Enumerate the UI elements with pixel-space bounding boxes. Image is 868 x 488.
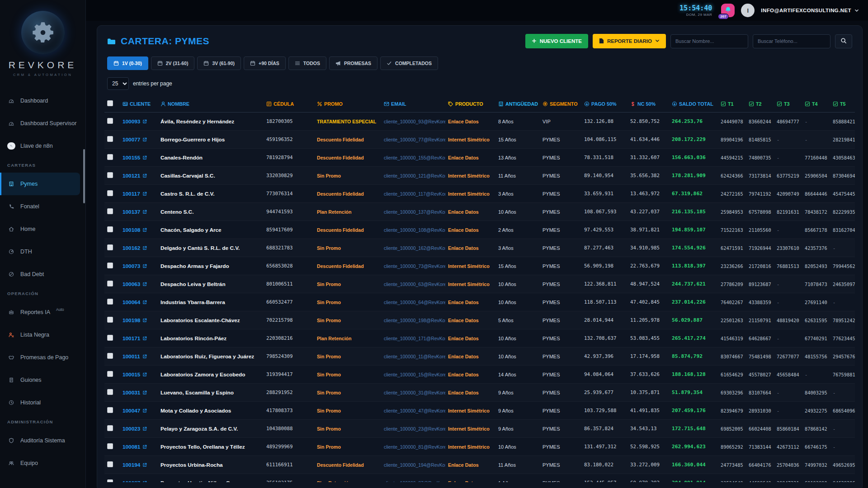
client-email-link[interactable]: cliente_100000_63@RevKore... — [384, 282, 445, 287]
client-id-link[interactable]: 100194 — [123, 462, 155, 468]
client-id-link[interactable]: 100011 — [123, 353, 155, 360]
table-row[interactable]: 100155 Canales-Rendón 781928794 Descuent… — [104, 149, 855, 167]
client-id-link[interactable]: 100063 — [123, 281, 155, 287]
column-header-t4[interactable]: T4 — [802, 95, 830, 113]
row-checkbox[interactable] — [107, 407, 113, 413]
client-email-link[interactable]: cliente_100000_162@RevKor... — [384, 246, 445, 251]
table-row[interactable]: 100081 Proyectos Tello, Orellana y Télle… — [104, 438, 855, 456]
column-header-antiguedad[interactable]: ANTIGÜEDAD — [495, 95, 540, 113]
column-header-promo[interactable]: PROMO — [314, 95, 381, 113]
notifications-button[interactable]: 207 — [721, 4, 735, 17]
daily-report-button[interactable]: REPORTE DIARIO — [593, 34, 666, 48]
column-header-nc[interactable]: NC 50% — [627, 95, 669, 113]
table-row[interactable]: 100073 Despacho Armas y Fajardo 65685302… — [104, 257, 855, 275]
tab-1v-0-30-[interactable]: 1V (0-30) — [107, 56, 148, 70]
client-email-link[interactable]: cliente_100000_117@RevKor... — [384, 192, 445, 197]
entries-select[interactable]: 25 — [107, 77, 129, 90]
table-row[interactable]: 100194 Proyectos Urbina-Rocha 611166911 … — [104, 456, 855, 474]
column-header-t2[interactable]: T2 — [746, 95, 774, 113]
sidebar-item-fonatel[interactable]: Fonatel — [0, 195, 85, 218]
table-row[interactable]: 100087 Proyectos Urrutia, Niño y Guevara… — [104, 474, 855, 483]
table-row[interactable]: 100023 Pelayo y Zaragoza S.A. de C.V. 10… — [104, 420, 855, 438]
column-header-id[interactable]: CLIENTE — [120, 95, 158, 113]
client-email-link[interactable]: cliente_100000_194@RevKor... — [384, 463, 445, 468]
row-checkbox[interactable] — [107, 443, 113, 449]
table-row[interactable]: 100015 Laboratorios Zamora y Escobedo 31… — [104, 366, 855, 384]
row-checkbox[interactable] — [107, 425, 113, 431]
column-header-t5[interactable]: T5 — [830, 95, 855, 113]
client-email-link[interactable]: cliente_100000_155@RevKor... — [384, 155, 445, 160]
tab-todos[interactable]: TODOS — [288, 56, 326, 70]
search-button[interactable] — [835, 34, 852, 48]
table-row[interactable]: 100063 Despacho Leiva y Beltrán 80100651… — [104, 275, 855, 293]
select-all-checkbox[interactable] — [107, 100, 113, 106]
client-email-link[interactable]: cliente_100000_73@RevKore... — [384, 264, 445, 269]
tab-2v-31-60-[interactable]: 2V (31-60) — [151, 56, 195, 70]
sidebar-item-auditor-a-sistema[interactable]: Auditoría Sistema — [0, 429, 85, 452]
row-checkbox[interactable] — [107, 172, 113, 178]
row-checkbox[interactable] — [107, 335, 113, 341]
sidebar-item-guiones[interactable]: Guiones — [0, 369, 85, 391]
table-row[interactable]: 100108 Chacón, Salgado y Arce 859417609 … — [104, 221, 855, 239]
row-checkbox[interactable] — [107, 118, 113, 124]
client-id-link[interactable]: 100077 — [123, 136, 155, 143]
account-menu[interactable]: INFO@ARTIFEXCONSULTING.NET — [761, 8, 859, 13]
table-row[interactable]: 100011 Laboratorios Ruiz, Figueroa y Juá… — [104, 347, 855, 366]
client-email-link[interactable]: cliente_100000_81@RevKore... — [384, 445, 445, 450]
client-id-link[interactable]: 100015 — [123, 371, 155, 378]
row-checkbox[interactable] — [107, 353, 113, 359]
table-row[interactable]: 100064 Industrias Ybarra-Barrera 6605324… — [104, 293, 855, 311]
client-email-link[interactable]: cliente_100000_23@RevKore... — [384, 427, 445, 432]
row-checkbox[interactable] — [107, 244, 113, 250]
sidebar-item-dashboard-supervisor[interactable]: Dashboard Supervisor — [0, 112, 85, 135]
column-header-cedula[interactable]: CÉDULA — [264, 95, 314, 113]
row-checkbox[interactable] — [107, 389, 113, 395]
client-email-link[interactable]: cliente_100000_137@RevKor... — [384, 210, 445, 215]
table-row[interactable]: 100121 Casillas-Carvajal S.C. 332030829 … — [104, 167, 855, 185]
row-checkbox[interactable] — [107, 461, 113, 467]
column-header-t3[interactable]: T3 — [774, 95, 802, 113]
sidebar-item-reportes-ia[interactable]: Reportes IAAuto — [0, 301, 85, 324]
column-header-saldo[interactable]: SALDO TOTAL — [669, 95, 718, 113]
client-id-link[interactable]: 100023 — [123, 426, 155, 432]
column-header-email[interactable]: EMAIL — [381, 95, 445, 113]
client-id-link[interactable]: 100108 — [123, 227, 155, 233]
search-phone-input[interactable] — [753, 34, 830, 48]
client-email-link[interactable]: cliente_100000_77@RevKore... — [384, 137, 445, 142]
table-row[interactable]: 100047 Mota y Collado y Asociados 417808… — [104, 402, 855, 420]
sidebar-item-equipo[interactable]: Equipo — [0, 452, 85, 474]
client-email-link[interactable]: cliente_100000_87@RevKore... — [384, 481, 445, 483]
row-checkbox[interactable] — [107, 281, 113, 286]
row-checkbox[interactable] — [107, 154, 113, 160]
sidebar-item-historial[interactable]: Historial — [0, 391, 85, 414]
client-id-link[interactable]: 100064 — [123, 299, 155, 305]
row-checkbox[interactable] — [107, 371, 113, 377]
client-email-link[interactable]: cliente_100000_93@RevKore... — [384, 119, 445, 124]
row-checkbox[interactable] — [107, 263, 113, 268]
table-row[interactable]: 100162 Delgado y Cantú S. R.L. de C.V. 6… — [104, 239, 855, 257]
column-header-segmento[interactable]: SEGMENTO — [540, 95, 581, 113]
client-email-link[interactable]: cliente_100000_15@RevKore... — [384, 372, 445, 377]
sidebar-item-dashboard[interactable]: Dashboard — [0, 89, 85, 112]
client-id-link[interactable]: 100073 — [123, 263, 155, 269]
new-client-button[interactable]: NUEVO CLIENTE — [525, 34, 588, 48]
column-header-t1[interactable]: T1 — [718, 95, 746, 113]
client-id-link[interactable]: 100047 — [123, 408, 155, 414]
client-id-link[interactable]: 100155 — [123, 155, 155, 161]
row-checkbox[interactable] — [107, 479, 113, 482]
user-avatar[interactable]: I — [741, 4, 755, 17]
client-email-link[interactable]: cliente_100000_121@RevKor... — [384, 174, 445, 178]
row-checkbox[interactable] — [107, 299, 113, 305]
tab-completados[interactable]: COMPLETADOS — [380, 56, 438, 70]
row-checkbox[interactable] — [107, 136, 113, 142]
client-id-link[interactable]: 100121 — [123, 173, 155, 179]
table-row[interactable]: 100077 Borrego-Guerrero e Hijos 45919635… — [104, 131, 855, 149]
column-header-nombre[interactable]: NOMBRE — [158, 95, 264, 113]
search-name-input[interactable] — [670, 34, 748, 48]
client-id-link[interactable]: 100198 — [123, 317, 155, 324]
client-email-link[interactable]: cliente_100000_31@RevKore... — [384, 390, 445, 395]
tab-3v-61-90-[interactable]: 3V (61-90) — [197, 56, 241, 70]
sidebar-scrollbar[interactable] — [83, 149, 85, 203]
sidebar-item-home[interactable]: Home — [0, 218, 85, 240]
table-row[interactable]: 100171 Laboratorios Rincón-Páez 22030821… — [104, 329, 855, 347]
